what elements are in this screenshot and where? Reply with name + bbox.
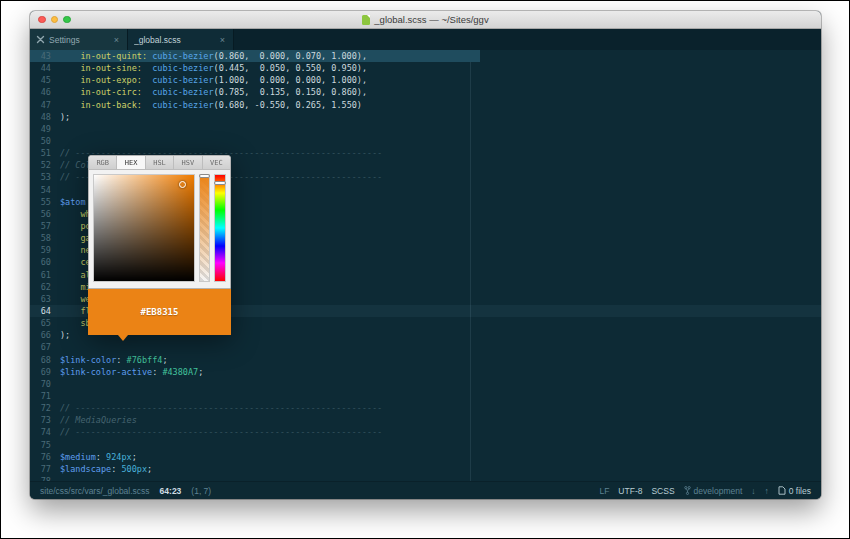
code-line[interactable]: 72// -----------------------------------… (30, 402, 821, 414)
picker-tab-vec[interactable]: VEC (203, 156, 230, 169)
line-number[interactable]: 63 (30, 293, 51, 305)
line-number[interactable]: 71 (30, 390, 51, 402)
line-number[interactable]: 56 (30, 208, 51, 220)
code-token (142, 63, 152, 73)
code-editor[interactable]: 43 in-out-quint: cubic-bezier(0.860, 0.0… (30, 50, 821, 481)
code-line[interactable]: 49 (30, 123, 821, 135)
line-number[interactable]: 75 (30, 439, 51, 451)
line-number[interactable]: 77 (30, 463, 51, 475)
line-number[interactable]: 61 (30, 269, 51, 281)
code-line[interactable]: 44 in-out-sine: cubic-bezier(0.445, 0.05… (30, 62, 821, 74)
line-number[interactable]: 70 (30, 378, 51, 390)
line-number[interactable]: 44 (30, 62, 51, 74)
line-number[interactable]: 62 (30, 281, 51, 293)
code-token: ; (162, 355, 167, 365)
line-number[interactable]: 43 (30, 50, 51, 62)
code-token (60, 75, 80, 85)
line-number[interactable]: 74 (30, 426, 51, 438)
code-line[interactable]: 69$link-color-active: #4380A7; (30, 366, 821, 378)
git-branch-indicator[interactable]: development (684, 486, 743, 496)
line-number[interactable]: 50 (30, 135, 51, 147)
line-number[interactable]: 66 (30, 329, 51, 341)
line-number[interactable]: 51 (30, 147, 51, 159)
code-line[interactable]: 73// MediaQueries (30, 414, 821, 426)
saturation-value-square[interactable] (93, 174, 195, 282)
code-token: cubic-bezier (152, 87, 213, 97)
git-branch-icon (684, 486, 691, 495)
line-number[interactable]: 47 (30, 99, 51, 111)
color-picker-popup: RGBHEXHSLHSVVEC #EB8315 (88, 155, 231, 335)
tab-settings[interactable]: Settings × (30, 29, 128, 50)
line-ending-indicator[interactable]: LF (599, 486, 609, 496)
code-token (142, 75, 152, 85)
picker-tab-hsv[interactable]: HSV (174, 156, 202, 169)
code-token: ); (60, 330, 70, 340)
hue-slider-handle[interactable] (214, 181, 226, 185)
line-number[interactable]: 45 (30, 74, 51, 86)
line-number[interactable]: 60 (30, 256, 51, 268)
picker-tab-hex[interactable]: HEX (117, 156, 145, 169)
line-number[interactable]: 53 (30, 171, 51, 183)
line-number[interactable]: 76 (30, 451, 51, 463)
code-line[interactable]: 47 in-out-back: cubic-bezier(0.680, -0.5… (30, 99, 821, 111)
editor-window: _global.scss — ~/Sites/ggv Settings × _g… (30, 11, 821, 499)
code-line[interactable]: 46 in-out-circ: cubic-bezier(0.785, 0.13… (30, 86, 821, 98)
code-line[interactable]: 67 (30, 341, 821, 353)
tab-global-scss[interactable]: _global.scss × (128, 29, 234, 50)
code-line[interactable]: 50 (30, 135, 821, 147)
alpha-slider[interactable] (199, 174, 210, 282)
code-token: #76bff4 (127, 355, 163, 365)
hex-value-text: #EB8315 (141, 307, 179, 317)
code-token (60, 294, 80, 304)
file-count-indicator[interactable]: 0 files (778, 486, 811, 496)
code-line[interactable]: 43 in-out-quint: cubic-bezier(0.860, 0.0… (30, 50, 821, 62)
code-line[interactable]: 68$link-color: #76bff4; (30, 354, 821, 366)
code-line[interactable]: 75 (30, 439, 821, 451)
line-number[interactable]: 73 (30, 414, 51, 426)
picker-tab-rgb[interactable]: RGB (89, 156, 117, 169)
line-number[interactable]: 72 (30, 402, 51, 414)
code-token: in-out-quint: (80, 51, 147, 61)
code-token: (1.000, 0.000, 0.000, 1.000), (214, 75, 368, 85)
code-token: : (116, 355, 126, 365)
code-token (60, 100, 80, 110)
line-number[interactable]: 48 (30, 111, 51, 123)
code-line[interactable]: 74// -----------------------------------… (30, 426, 821, 438)
encoding-indicator[interactable]: UTF-8 (618, 486, 642, 496)
line-number[interactable]: 64 (30, 305, 51, 317)
code-line[interactable]: 70 (30, 378, 821, 390)
code-token: cubic-bezier (152, 100, 213, 110)
line-number[interactable]: 46 (30, 86, 51, 98)
cursor-position[interactable]: 64:23 (160, 486, 182, 496)
alpha-slider-handle[interactable] (199, 174, 210, 178)
line-number[interactable]: 59 (30, 244, 51, 256)
tab-close-icon[interactable]: × (218, 35, 227, 45)
tab-label: _global.scss (134, 35, 214, 45)
code-token: cubic-bezier (152, 63, 213, 73)
line-number[interactable]: 55 (30, 196, 51, 208)
hue-slider[interactable] (214, 174, 226, 282)
line-number[interactable]: 69 (30, 366, 51, 378)
line-number[interactable]: 67 (30, 341, 51, 353)
code-line[interactable]: 71 (30, 390, 821, 402)
code-line[interactable]: 77$landscape: 500px; (30, 463, 821, 475)
code-line[interactable]: 45 in-out-expo: cubic-bezier(1.000, 0.00… (30, 74, 821, 86)
code-line[interactable]: 48); (30, 111, 821, 123)
line-number[interactable]: 65 (30, 317, 51, 329)
line-number[interactable]: 54 (30, 184, 51, 196)
code-token: $landscape (60, 464, 111, 474)
code-token: in-out-back: (80, 100, 141, 110)
line-number[interactable]: 57 (30, 220, 51, 232)
sync-up-icon[interactable]: ↑ (765, 486, 769, 496)
tab-close-icon[interactable]: × (112, 35, 121, 45)
line-number[interactable]: 52 (30, 159, 51, 171)
color-marker-handle[interactable] (179, 181, 186, 188)
line-number[interactable]: 58 (30, 232, 51, 244)
sync-down-icon[interactable]: ↓ (751, 486, 755, 496)
picker-tab-hsl[interactable]: HSL (146, 156, 174, 169)
grammar-indicator[interactable]: SCSS (651, 486, 674, 496)
code-token: (0.785, 0.135, 0.150, 0.860), (214, 87, 368, 97)
line-number[interactable]: 49 (30, 123, 51, 135)
code-line[interactable]: 76$medium: 924px; (30, 451, 821, 463)
line-number[interactable]: 68 (30, 354, 51, 366)
